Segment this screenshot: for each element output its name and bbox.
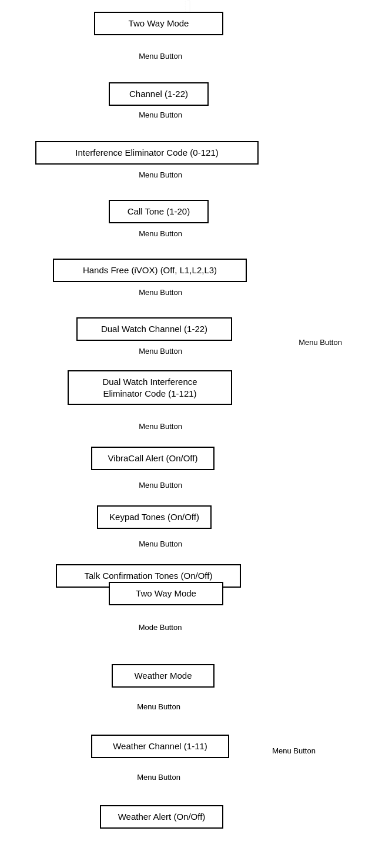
menu-label-6: Menu Button [128,347,193,356]
call-tone-box: Call Tone (1-20) [109,200,209,223]
keypad-tones-box: Keypad Tones (On/Off) [97,505,212,529]
weather-alert-box: Weather Alert (On/Off) [100,805,223,829]
menu-label-right-2: Menu Button [262,746,326,755]
hands-free-box: Hands Free (iVOX) (Off, L1,L2,L3) [53,259,247,282]
menu-label-d2-1: Menu Button [126,702,191,711]
menu-label-d2-2: Menu Button [126,773,191,782]
mode-label-1: Mode Button [126,623,194,632]
menu-label-7: Menu Button [128,422,193,431]
menu-label-2: Menu Button [128,110,193,119]
channel-box: Channel (1-22) [109,82,209,106]
menu-label-right-1: Menu Button [288,338,353,347]
dual-watch-channel-box: Dual Watch Channel (1-22) [76,317,232,341]
menu-label-3: Menu Button [128,170,193,179]
two-way-mode-box: Two Way Mode [94,12,223,35]
menu-label-8: Menu Button [128,481,193,490]
weather-mode-box: Weather Mode [112,664,215,688]
two-way-mode-2-box: Two Way Mode [109,582,223,605]
full-diagram: Two Way Mode Menu Button Channel (1-22) … [0,0,372,24]
menu-label-5: Menu Button [128,288,193,297]
weather-channel-box: Weather Channel (1-11) [91,735,229,758]
menu-label-1: Menu Button [128,52,193,61]
menu-label-4: Menu Button [128,229,193,238]
menu-label-9: Menu Button [128,539,193,548]
dual-watch-interference-box: Dual Watch Interference Eliminator Code … [68,370,232,405]
vibracall-box: VibraCall Alert (On/Off) [91,447,215,470]
interference-box: Interference Eliminator Code (0-121) [35,141,259,165]
